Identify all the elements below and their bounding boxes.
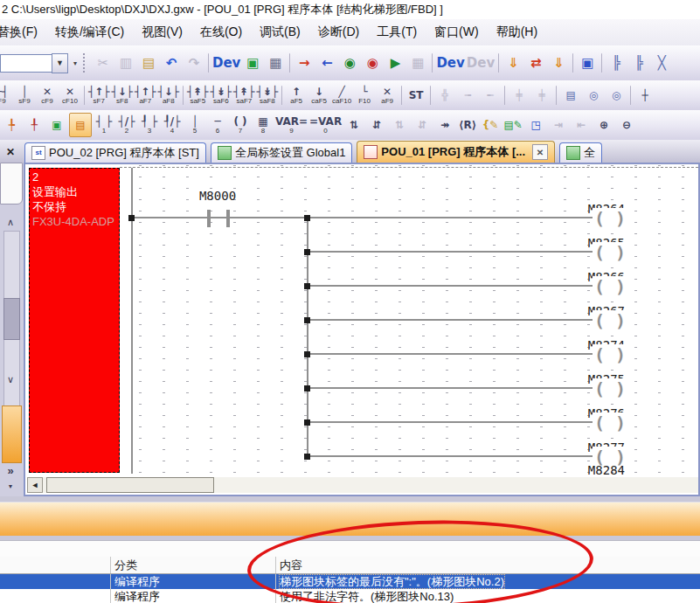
structured-tool-icon-3[interactable]: ╳ <box>651 52 672 74</box>
contact-symbol[interactable] <box>207 210 211 227</box>
toolbar-icon[interactable] <box>556 86 557 105</box>
menu-item[interactable]: 帮助(H) <box>488 22 546 43</box>
dock-scroll-down-button[interactable]: ∨ <box>2 372 19 386</box>
tab-pou01[interactable]: POU_01 [PRG] 程序本体 [... ✕ <box>357 141 555 163</box>
rising-pulse-close-icon[interactable]: ┤↟├saF5 <box>187 84 209 107</box>
partial-right-icon[interactable]: ┼ <box>634 84 655 107</box>
plc-data-icon[interactable]: ▦ <box>407 52 428 74</box>
cut-icon[interactable]: ✂ <box>93 52 114 74</box>
find-device-icon[interactable]: ◎ <box>583 84 604 107</box>
toolbar-icon[interactable] <box>401 86 402 105</box>
zoom-in-icon[interactable]: ⊕ <box>593 114 614 136</box>
toolbar-overflow-icon[interactable]: ▾ <box>70 52 80 73</box>
vertical-line-delete-icon[interactable]: ✕cF10 <box>59 84 80 107</box>
jump-icon[interactable]: ↠ <box>434 114 455 136</box>
edit-disabled-icon-1[interactable]: ╬ <box>434 84 455 107</box>
falling-pulse-icon[interactable]: ┤↓├sF8 <box>112 84 134 107</box>
dock-caret-icon[interactable]: ▼ <box>2 479 19 493</box>
output-error-row[interactable]: 编译程序 使用了非法字符。(梯形图块No.13) <box>0 589 700 603</box>
tab-area-close-icon[interactable]: ✕ <box>3 145 17 159</box>
coil-tool-icon[interactable]: ( )7 <box>230 114 251 136</box>
closed-contact-icon[interactable]: ┤/├2 <box>116 114 137 136</box>
horizontal-line-input-icon[interactable]: ─┤F9 <box>0 84 12 107</box>
return-icon[interactable]: ⟨R⟩ <box>457 114 478 136</box>
falling-pulse-close-icon[interactable]: ┤↡├saF6 <box>211 84 232 107</box>
function-block-icon[interactable]: ▦8 <box>253 114 274 136</box>
output-variable-icon[interactable]: =VAR0 <box>309 114 342 136</box>
device-batch-icon[interactable]: ▦ <box>265 52 286 74</box>
falling-close-branch-icon[interactable]: ┤↡├saF8 <box>257 84 279 107</box>
dock-scrollbar-thumb[interactable] <box>3 298 20 340</box>
toolbar-icon[interactable] <box>183 86 184 105</box>
device-comment-icon[interactable]: Dev <box>212 52 240 74</box>
edit-guided-icon[interactable]: ◳ <box>525 114 546 136</box>
tab-global1[interactable]: 全局标签设置 Global1 <box>211 142 352 163</box>
toolbar-icon[interactable] <box>504 86 505 105</box>
toolbar-icon[interactable] <box>430 86 431 105</box>
combobox-value[interactable] <box>0 54 52 73</box>
rising-pulse-icon[interactable]: ┤↑├sF7 <box>88 84 110 107</box>
editor-hscrollbar[interactable]: ◄ <box>27 477 698 493</box>
note-display-icon[interactable]: ⇓ <box>548 52 569 74</box>
undo-icon[interactable]: ↶ <box>161 52 182 74</box>
line-corner-icon[interactable]: └F10 <box>354 84 375 107</box>
up-arrow-icon[interactable]: ↑aF5 <box>286 84 307 107</box>
menu-item[interactable]: 诊断(D) <box>309 22 368 43</box>
redo-icon[interactable]: ↷ <box>184 52 204 74</box>
verify-with-plc-icon[interactable]: ▶ <box>385 52 405 74</box>
toolbar-icon[interactable] <box>630 86 631 105</box>
output-list-disabled-icon[interactable]: ⇵ <box>412 114 433 136</box>
horizontal-line-delete-icon[interactable]: ✕cF9 <box>37 84 58 107</box>
scroll-left-button[interactable]: ◄ <box>27 477 43 493</box>
statement-display-icon[interactable]: ⇓ <box>502 52 523 74</box>
read-from-plc-icon[interactable]: ← <box>316 52 337 74</box>
ladder-edit-mode-icon[interactable]: ▤ <box>69 113 92 137</box>
dock-collapsed-panel[interactable] <box>2 405 22 463</box>
delete-line-icon[interactable]: ✕aF9 <box>377 84 398 107</box>
input-list-disabled-icon[interactable]: ⇅ <box>389 114 410 136</box>
edit-wrap-icon[interactable]: {✎ <box>480 114 501 136</box>
ladder-block-comment[interactable]: 2 设置输出 不保持 FX3U-4DA-ADP <box>29 168 120 473</box>
edit-disabled-icon-3[interactable]: ╾ <box>480 84 501 107</box>
menu-item[interactable]: 转换/编译(C) <box>46 22 133 43</box>
copy-icon[interactable]: ▥ <box>115 52 136 74</box>
toolbar-icon[interactable] <box>281 86 282 105</box>
menu-item[interactable]: 在线(O) <box>191 22 251 43</box>
zoom-out-icon[interactable]: ⊖ <box>616 114 637 136</box>
toolbar-icon[interactable] <box>208 53 209 73</box>
tab-close-icon[interactable]: ✕ <box>532 144 548 160</box>
toolbar-icon[interactable] <box>498 53 499 73</box>
toolbar-icon[interactable] <box>289 53 290 73</box>
hscrollbar-thumb[interactable] <box>46 477 214 493</box>
toolbar-icon[interactable] <box>601 53 602 73</box>
st-edit-mode-icon[interactable]: ▣ <box>46 114 67 136</box>
edit-disabled-icon-2[interactable]: ╼ <box>457 84 478 107</box>
edit-comment-icon[interactable]: ▤✎ <box>502 114 523 136</box>
tab-pou02[interactable]: st POU_02 [PRG] 程序本体 [ST] <box>24 142 206 163</box>
device-display-off-icon[interactable]: Dev <box>467 52 495 74</box>
vertical-line-input-icon[interactable]: │sF9 <box>14 84 35 107</box>
paste-icon[interactable]: ▤ <box>138 52 159 74</box>
structured-tool-icon-2[interactable]: ╠ <box>628 52 649 74</box>
output-error-row[interactable]: 编译程序 梯形图块标签的最后没有":"。(梯形图块No.2) <box>0 574 700 589</box>
indent-icon[interactable]: ⇥ <box>548 114 569 136</box>
combobox-dropdown-icon[interactable]: ▼ <box>52 53 68 73</box>
ladder-canvas[interactable]: M8264 ( ) M8265 ( ) M8266 <box>120 164 698 476</box>
down-arrow-icon[interactable]: ↓caF5 <box>308 84 329 107</box>
dock-scroll-up-button[interactable]: ∧ <box>2 215 19 229</box>
monitor-write-icon[interactable]: ◉ <box>339 52 360 74</box>
invert-result-icon[interactable]: ╱caF10 <box>331 84 352 107</box>
toolbar-icon[interactable] <box>572 53 573 73</box>
inline-st-icon[interactable]: ST <box>405 84 426 107</box>
find-instruction-icon[interactable]: ◎ <box>606 84 627 107</box>
input-variable-icon[interactable]: VAR=9 <box>275 114 308 136</box>
write-to-plc-icon[interactable]: → <box>294 52 315 74</box>
menu-item[interactable]: 替换(F) <box>0 22 46 43</box>
insert-ladder-block-icon[interactable]: ╀ <box>24 114 45 136</box>
outdent-icon[interactable]: ⇤ <box>571 114 592 136</box>
tab-partial[interactable]: 全 <box>559 142 602 163</box>
contact-symbol[interactable] <box>226 210 230 227</box>
input-list-icon[interactable]: ⇅ <box>343 114 364 136</box>
toolbar-icon[interactable] <box>432 53 433 73</box>
structured-tool-icon-1[interactable]: ╠ <box>606 52 627 74</box>
